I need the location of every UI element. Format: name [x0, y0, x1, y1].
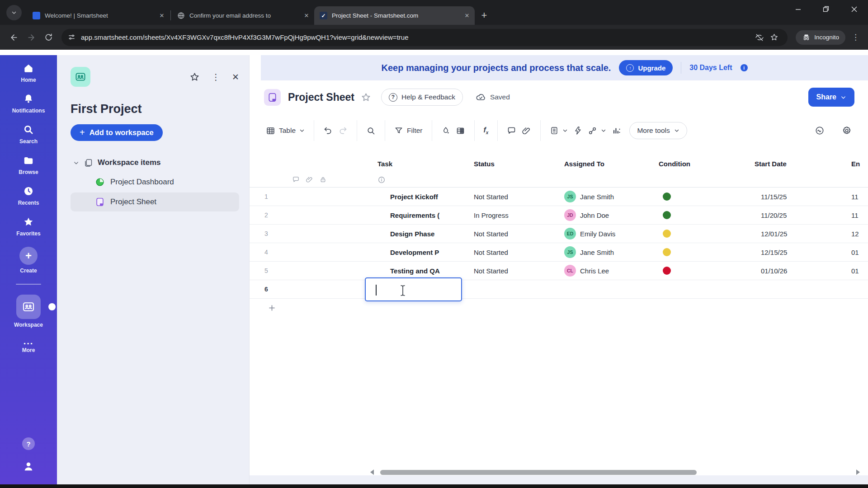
cell-task[interactable]: Development P [365, 249, 462, 256]
integrations-button[interactable] [585, 126, 609, 136]
cell-condition[interactable] [654, 230, 740, 238]
help-button[interactable]: ? [22, 437, 35, 450]
help-feedback-button[interactable]: ? Help & Feedback [381, 89, 463, 106]
rail-item-workspace[interactable]: Workspace [14, 295, 43, 328]
grid-row[interactable]: 4 Development P Not Started JS Jane Smit… [250, 243, 868, 262]
favorite-sheet-button[interactable] [361, 92, 371, 103]
rail-item-recents[interactable]: Recents [18, 185, 39, 206]
cell-assigned-to[interactable]: JS Jane Smith [557, 191, 654, 202]
fill-color-button[interactable] [439, 126, 453, 135]
reload-button[interactable] [40, 29, 57, 46]
grid-row[interactable]: 3 Design Phase Not Started ED Emily Davi… [250, 225, 868, 243]
cell-assigned-to[interactable]: JS Jane Smith [557, 246, 654, 258]
rail-item-notifications[interactable]: Notifications [12, 93, 45, 114]
upgrade-button[interactable]: ↑ Upgrade [619, 60, 673, 75]
more-tools-button[interactable]: More tools [629, 122, 687, 139]
column-header-assigned-to[interactable]: Assigned To [557, 160, 654, 168]
scrollbar-thumb[interactable] [380, 470, 697, 475]
grid-row-editing[interactable]: 6 [250, 280, 868, 299]
row-number[interactable]: 5 [250, 267, 283, 274]
cell-end-date[interactable]: 11 [837, 211, 868, 219]
cell-assigned-to[interactable]: ED Emily Davis [557, 228, 654, 239]
document-panel-button[interactable] [547, 126, 571, 135]
cell-status[interactable]: Not Started [462, 230, 557, 238]
restore-button[interactable] [812, 0, 840, 18]
back-button[interactable] [5, 29, 23, 46]
cell-start-date[interactable]: 12/15/25 [740, 249, 837, 256]
tree-item-project-dashboard[interactable]: Project Dashboard [71, 173, 239, 192]
share-button[interactable]: Share [808, 88, 854, 107]
add-to-workspace-button[interactable]: + Add to workspace [71, 124, 163, 141]
rail-item-home[interactable]: Home [21, 62, 36, 83]
row-number[interactable]: 3 [250, 230, 283, 237]
rail-item-create[interactable]: + Create [19, 247, 38, 274]
comment-column-icon[interactable] [292, 176, 300, 183]
panel-menu-button[interactable]: ⋮ [212, 72, 220, 82]
cell-task[interactable]: Design Phase [365, 230, 462, 238]
minimize-button[interactable] [784, 0, 812, 18]
tree-item-project-sheet[interactable]: Project Sheet [71, 192, 239, 211]
bookmark-star-button[interactable] [767, 30, 781, 45]
cell-start-date[interactable]: 11/15/25 [740, 193, 837, 201]
rail-item-browse[interactable]: Browse [19, 155, 38, 175]
close-tab-icon[interactable]: ✕ [463, 12, 471, 20]
formula-button[interactable]: fx [481, 126, 491, 135]
activity-log-button[interactable] [812, 126, 827, 136]
close-panel-button[interactable]: ✕ [232, 72, 239, 82]
settings-button[interactable] [839, 126, 854, 136]
cell-start-date[interactable]: 11/20/25 [740, 211, 837, 219]
cell-condition[interactable] [654, 192, 740, 201]
info-icon[interactable] [377, 176, 386, 184]
search-sheet-button[interactable] [363, 126, 378, 136]
new-tab-button[interactable]: + [477, 9, 491, 22]
cell-status[interactable]: In Progress [462, 211, 557, 219]
close-window-button[interactable] [840, 0, 868, 18]
filter-button[interactable]: Filter [392, 126, 425, 135]
cell-assigned-to[interactable]: JD John Doe [557, 209, 654, 221]
cell-task[interactable]: Requirements ( [365, 211, 462, 219]
cell-format-button[interactable] [453, 126, 468, 136]
cell-condition[interactable] [654, 267, 740, 275]
tab-project-sheet[interactable]: ✓ Project Sheet - Smartsheet.com ✕ [314, 6, 475, 25]
column-header-task[interactable]: Task [365, 160, 462, 168]
cell-edit-input[interactable] [365, 277, 462, 301]
eye-off-button[interactable] [752, 30, 767, 45]
close-tab-icon[interactable]: ✕ [302, 12, 311, 20]
tab-welcome[interactable]: Welcome! | Smartsheet ✕ [27, 6, 170, 25]
cell-end-date[interactable]: 12 [837, 230, 868, 238]
view-switcher-button[interactable]: Table [263, 126, 307, 136]
redo-button[interactable] [335, 126, 350, 136]
horizontal-scrollbar[interactable] [250, 469, 868, 475]
column-header-start-date[interactable]: Start Date [740, 160, 837, 168]
cell-condition[interactable] [654, 248, 740, 256]
column-header-condition[interactable]: Condition [654, 160, 740, 168]
cell-condition[interactable] [654, 211, 740, 219]
favorite-star-button[interactable] [189, 72, 200, 82]
add-row[interactable] [250, 299, 868, 317]
browser-menu-button[interactable]: ⋮ [849, 31, 863, 44]
cell-task[interactable]: Project Kickoff [365, 193, 462, 201]
cell-end-date[interactable]: 11 [837, 193, 868, 201]
tree-item-workspace-items[interactable]: Workspace items [71, 154, 239, 172]
grid-row[interactable]: 1 Project Kickoff Not Started JS Jane Sm… [250, 188, 868, 206]
grid-row[interactable]: 5 Testing and QA Not Started CL Chris Le… [250, 262, 868, 280]
cell-end-date[interactable]: 01 [837, 249, 868, 256]
undo-button[interactable] [321, 126, 335, 136]
tab-search-button[interactable] [6, 5, 22, 20]
forward-button[interactable] [23, 29, 40, 46]
cell-start-date[interactable]: 01/10/26 [740, 267, 837, 275]
row-number[interactable]: 6 [250, 286, 283, 293]
row-number[interactable]: 2 [250, 211, 283, 219]
tab-confirm-email[interactable]: Confirm your email address to ✕ [172, 6, 314, 25]
comment-button[interactable] [504, 126, 519, 136]
info-icon[interactable]: i [741, 64, 748, 71]
account-icon[interactable] [22, 460, 35, 473]
site-info-icon[interactable] [68, 33, 75, 41]
row-number[interactable]: 4 [250, 249, 283, 256]
cell-task[interactable]: Testing and QA [365, 267, 462, 275]
cell-assigned-to[interactable]: CL Chris Lee [557, 265, 654, 277]
rail-item-search[interactable]: Search [19, 124, 38, 145]
address-bar[interactable]: app.smartsheet.com/sheets/Xv4XF3WGXv7qxc… [61, 29, 788, 46]
column-header-status[interactable]: Status [462, 160, 557, 168]
cell-end-date[interactable]: 01 [837, 267, 868, 275]
